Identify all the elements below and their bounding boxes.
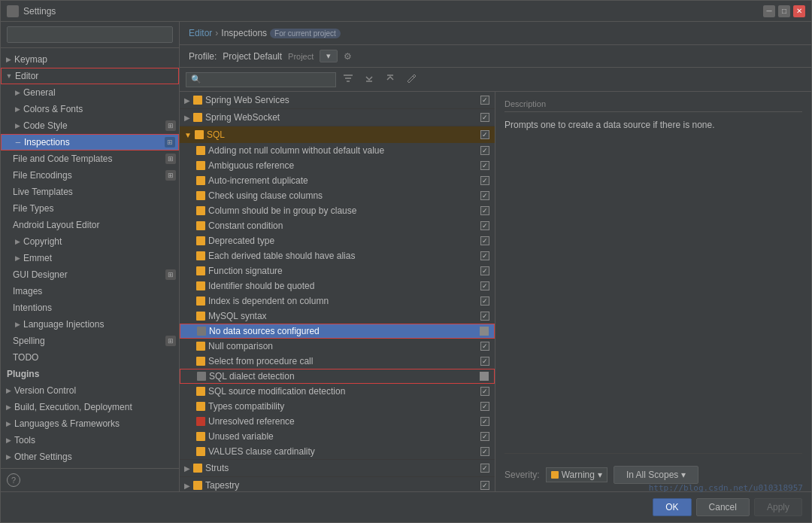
checkbox[interactable] bbox=[480, 129, 490, 140]
checkbox[interactable] bbox=[480, 401, 490, 412]
list-item[interactable]: Each derived table should have alias bbox=[180, 248, 495, 263]
sidebar-item-languages-frameworks[interactable]: ▶ Languages & Frameworks bbox=[1, 415, 179, 432]
maximize-button[interactable]: □ bbox=[778, 5, 790, 17]
list-item[interactable]: Select from procedure call bbox=[180, 354, 495, 369]
list-item[interactable]: Check using clause columns bbox=[180, 188, 495, 203]
cancel-button[interactable]: Cancel bbox=[696, 498, 750, 516]
sidebar-item-code-style[interactable]: ▶ Code Style ⊞ bbox=[1, 117, 179, 134]
list-item[interactable]: Null comparison bbox=[180, 339, 495, 354]
list-item[interactable]: Unused variable bbox=[180, 429, 495, 444]
sidebar-item-general[interactable]: ▶ General bbox=[1, 84, 179, 101]
sidebar-item-label: File Types bbox=[13, 203, 176, 214]
sidebar-item-language-injections[interactable]: ▶ Language Injections bbox=[1, 316, 179, 333]
list-item[interactable]: Identifier should be quoted bbox=[180, 278, 495, 293]
checkbox[interactable] bbox=[480, 112, 490, 123]
group-header[interactable]: ▶ Spring WebSocket bbox=[180, 109, 495, 126]
close-button[interactable]: ✕ bbox=[793, 5, 805, 17]
checkbox[interactable] bbox=[480, 220, 490, 231]
sidebar-item-emmet[interactable]: ▶ Emmet bbox=[1, 250, 179, 266]
list-item[interactable]: Function signature bbox=[180, 263, 495, 278]
sidebar-item-version-control[interactable]: ▶ Version Control bbox=[1, 382, 179, 399]
checkbox[interactable] bbox=[480, 145, 490, 156]
list-item[interactable]: MySQL syntax bbox=[180, 309, 495, 324]
edit-button[interactable] bbox=[402, 71, 420, 88]
collapse-all-button[interactable] bbox=[381, 71, 399, 88]
scope-dropdown[interactable]: In All Scopes ▾ bbox=[614, 466, 698, 484]
checkbox[interactable] bbox=[480, 251, 490, 261]
checkbox[interactable] bbox=[480, 296, 490, 306]
list-item[interactable]: Types compatibility bbox=[180, 399, 495, 414]
checkbox[interactable] bbox=[480, 205, 490, 216]
group-label: Spring WebSocket bbox=[205, 112, 280, 123]
sidebar-item-colors-fonts[interactable]: ▶ Colors & Fonts bbox=[1, 101, 179, 117]
checkbox[interactable] bbox=[480, 281, 490, 291]
sidebar-item-file-encodings[interactable]: File Encodings ⊞ bbox=[1, 167, 179, 184]
checkbox[interactable] bbox=[480, 236, 490, 246]
sidebar-item-editor[interactable]: ▼ Editor bbox=[1, 68, 179, 84]
list-item[interactable]: Index is dependent on column bbox=[180, 293, 495, 309]
sidebar-item-inspections[interactable]: ─ Inspections ⊞ bbox=[1, 134, 179, 151]
filter-button[interactable] bbox=[339, 71, 357, 88]
apply-button[interactable]: Apply bbox=[754, 498, 802, 516]
list-item[interactable]: SQL source modification detection bbox=[180, 384, 495, 399]
sidebar-item-android-layout-editor[interactable]: Android Layout Editor bbox=[1, 217, 179, 233]
checkbox[interactable] bbox=[480, 175, 490, 186]
list-item[interactable]: VALUES clause cardinality bbox=[180, 444, 495, 459]
list-item-sql-dialect[interactable]: SQL dialect detection bbox=[180, 369, 495, 384]
checkbox[interactable] bbox=[480, 341, 490, 351]
for-project-badge[interactable]: For current project bbox=[270, 29, 341, 38]
group-header[interactable]: ▶ Tapestry bbox=[180, 477, 495, 491]
checkbox[interactable] bbox=[480, 266, 490, 276]
checkbox[interactable] bbox=[480, 416, 490, 427]
group-header[interactable]: ▶ Spring Web Services bbox=[180, 92, 495, 108]
expand-all-button[interactable] bbox=[360, 71, 378, 88]
checkbox[interactable] bbox=[480, 463, 490, 473]
profile-dropdown-button[interactable]: ▾ bbox=[320, 50, 338, 62]
list-item[interactable]: Column should be in group by clause bbox=[180, 203, 495, 218]
settings-window: Settings ─ □ ✕ ▶ Keymap ▼ Edit bbox=[0, 0, 812, 523]
checkbox[interactable] bbox=[479, 326, 489, 336]
checkbox[interactable] bbox=[480, 356, 490, 366]
sidebar-item-tools[interactable]: ▶ Tools bbox=[1, 432, 179, 449]
checkbox[interactable] bbox=[480, 160, 490, 171]
sidebar-item-keymap[interactable]: ▶ Keymap bbox=[1, 51, 179, 68]
sidebar-item-other-settings[interactable]: ▶ Other Settings bbox=[1, 449, 179, 465]
checkbox[interactable] bbox=[480, 311, 490, 321]
sidebar-search-input[interactable] bbox=[7, 26, 173, 43]
sidebar-item-live-templates[interactable]: Live Templates bbox=[1, 184, 179, 200]
list-item-no-data-sources[interactable]: No data sources configured bbox=[180, 324, 495, 339]
sidebar-item-copyright[interactable]: ▶ Copyright bbox=[1, 233, 179, 250]
list-item[interactable]: Constant condition bbox=[180, 218, 495, 233]
checkbox[interactable] bbox=[480, 386, 490, 397]
sidebar-item-file-types[interactable]: File Types bbox=[1, 200, 179, 217]
checkbox[interactable] bbox=[480, 431, 490, 442]
severity-dropdown[interactable]: Warning ▾ bbox=[546, 467, 607, 482]
checkbox[interactable] bbox=[480, 190, 490, 201]
list-item[interactable]: Unresolved reference bbox=[180, 414, 495, 429]
checkbox[interactable] bbox=[479, 371, 489, 382]
sidebar-item-images[interactable]: Images bbox=[1, 283, 179, 300]
sidebar-item-gui-designer[interactable]: GUI Designer ⊞ bbox=[1, 266, 179, 283]
sidebar-item-build-exec-deploy[interactable]: ▶ Build, Execution, Deployment bbox=[1, 399, 179, 415]
list-item[interactable]: Adding not null column without default v… bbox=[180, 143, 495, 158]
breadcrumb-editor[interactable]: Editor bbox=[189, 28, 212, 38]
sidebar-item-intentions[interactable]: Intentions bbox=[1, 300, 179, 316]
minimize-button[interactable]: ─ bbox=[763, 5, 775, 17]
checkbox[interactable] bbox=[480, 480, 490, 491]
group-header-sql[interactable]: ▼ SQL bbox=[180, 126, 495, 143]
list-item[interactable]: Auto-increment duplicate bbox=[180, 173, 495, 188]
checkbox[interactable] bbox=[480, 446, 490, 457]
list-item[interactable]: Deprecated type bbox=[180, 233, 495, 248]
help-icon[interactable]: ? bbox=[7, 473, 20, 487]
sidebar-item-file-code-templates[interactable]: File and Code Templates ⊞ bbox=[1, 151, 179, 167]
expand-icon: ▶ bbox=[4, 419, 13, 428]
checkbox[interactable] bbox=[480, 95, 490, 105]
sidebar-item-spelling[interactable]: Spelling ⊞ bbox=[1, 333, 179, 349]
list-item[interactable]: Ambiguous reference bbox=[180, 158, 495, 173]
ok-button[interactable]: OK bbox=[653, 498, 691, 516]
group-header[interactable]: ▶ Struts bbox=[180, 460, 495, 476]
sidebar-item-todo[interactable]: TODO bbox=[1, 349, 179, 366]
item-label: Each derived table should have alias bbox=[208, 251, 480, 261]
search-input[interactable] bbox=[205, 74, 331, 85]
profile-gear-icon[interactable]: ⚙ bbox=[344, 51, 352, 62]
